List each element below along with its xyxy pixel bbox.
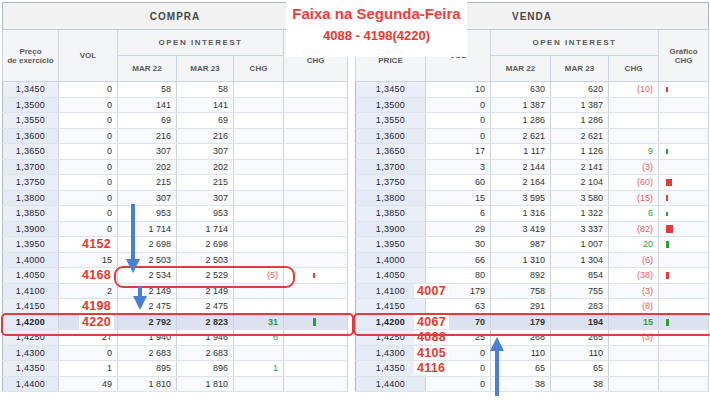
table-row[interactable]: 1,40504168 25 2 534 2 529 (5) bbox=[3, 268, 348, 284]
table-row[interactable]: 1,3600 0 2 621 2 621 bbox=[356, 128, 709, 144]
volume-cell: 27 bbox=[59, 330, 118, 346]
table-row[interactable]: 1,41504198 6 2 475 2 475 bbox=[3, 299, 348, 315]
chg-cell bbox=[234, 175, 284, 191]
table-row[interactable]: 1,3850 0 953 953 bbox=[3, 206, 348, 222]
table-row[interactable]: 1,4350 1 895 896 1 bbox=[3, 361, 348, 377]
table-row[interactable]: 1,3750 60 2 164 2 104 (60) bbox=[356, 175, 709, 191]
table-row[interactable]: 1,4150 63 291 283 (8) bbox=[356, 299, 709, 315]
strike-price-cell: 1,3550 bbox=[356, 113, 426, 129]
oi-mar23-cell: 2 621 bbox=[551, 128, 609, 144]
table-row[interactable]: 1,3550 0 1 286 1 286 bbox=[356, 113, 709, 129]
faixa-annotation-note: Faixa na Segunda-Feira 4088 - 4198(4220) bbox=[286, 0, 467, 57]
table-row[interactable]: 1,42004220 62 2 792 2 823 31 bbox=[3, 314, 348, 330]
table-row[interactable]: 1,3700 3 2 144 2 141 (3) bbox=[356, 159, 709, 175]
oi-mar22-cell: 268 bbox=[491, 330, 551, 346]
oi-mar23-cell: 953 bbox=[177, 206, 234, 222]
table-row[interactable]: 1,4100 2 2 149 2 149 bbox=[3, 283, 348, 299]
volume-cell: 29 bbox=[426, 221, 491, 237]
chg-column-header: CHG bbox=[234, 56, 284, 82]
chg-cell bbox=[234, 299, 284, 315]
table-row[interactable]: 1,39504152 2 2 698 2 698 bbox=[3, 237, 348, 253]
table-row[interactable]: 1,4000 15 2 503 2 503 bbox=[3, 252, 348, 268]
oi-mar22-cell: 2 683 bbox=[118, 345, 177, 361]
table-row[interactable]: 1,3650 0 307 307 bbox=[3, 144, 348, 160]
chg-cell: (3) bbox=[609, 283, 659, 299]
strike-price-cell: 1,4400 bbox=[3, 376, 59, 392]
table-row[interactable]: 1,3750 0 215 215 bbox=[3, 175, 348, 191]
table-row[interactable]: 1,3800 0 307 307 bbox=[3, 190, 348, 206]
oi-mar23-cell: 38 bbox=[551, 376, 609, 392]
table-row[interactable]: 1,4400 0 38 38 bbox=[356, 376, 709, 392]
faixa-note-line1: Faixa na Segunda-Feira bbox=[286, 5, 467, 22]
table-row[interactable]: 1,3550 0 69 69 bbox=[3, 113, 348, 129]
table-row[interactable]: 1,3650 17 1 117 1 126 9 bbox=[356, 144, 709, 160]
chg-bar-cell bbox=[659, 221, 709, 237]
oi-mar22-cell: 2 792 bbox=[118, 314, 177, 330]
table-row[interactable]: 1,4400 49 1 810 1 810 bbox=[3, 376, 348, 392]
table-row[interactable]: 1,41004007 179 758 755 (3) bbox=[356, 283, 709, 299]
table-row[interactable]: 1,4250 27 1 940 1 946 6 bbox=[3, 330, 348, 346]
strike-price: 1,4300 bbox=[16, 348, 45, 358]
chg-cell bbox=[609, 113, 659, 129]
oi-mar23-cell: 854 bbox=[551, 268, 609, 284]
chg-cell bbox=[609, 345, 659, 361]
table-row[interactable]: 1,3700 0 202 202 bbox=[3, 159, 348, 175]
strike-price: 1,3850 bbox=[376, 208, 405, 218]
table-row[interactable]: 1,3450 10 630 620 (10) bbox=[356, 82, 709, 98]
chg-bar-cell bbox=[659, 345, 709, 361]
oi-mar22-cell: 1 310 bbox=[491, 252, 551, 268]
table-row[interactable]: 1,42504088 25 268 265 (3) bbox=[356, 330, 709, 346]
chg-cell bbox=[609, 97, 659, 113]
chg-bar-cell bbox=[284, 361, 348, 377]
table-row[interactable]: 1,3900 0 1 714 1 714 bbox=[3, 221, 348, 237]
table-row[interactable]: 1,3950 30 987 1 007 20 bbox=[356, 237, 709, 253]
oi-mar23-cell: 1 304 bbox=[551, 252, 609, 268]
red-annotation-number: 4168 bbox=[79, 268, 114, 282]
strike-price-cell: 1,3450 bbox=[3, 82, 59, 98]
chg-cell: 1 bbox=[234, 361, 284, 377]
strike-price-cell: 1,3600 bbox=[3, 128, 59, 144]
strike-price-cell: 1,4400 bbox=[356, 376, 426, 392]
chg-bar-cell bbox=[284, 376, 348, 392]
strike-price: 1,4050 bbox=[376, 270, 405, 280]
table-row[interactable]: 1,3850 6 1 316 1 322 6 bbox=[356, 206, 709, 222]
table-row[interactable]: 1,43504116 0 65 65 bbox=[356, 361, 709, 377]
table-row[interactable]: 1,43004105 0 110 110 bbox=[356, 345, 709, 361]
strike-price-cell: 1,3650 bbox=[3, 144, 59, 160]
oi-mar23-cell: 307 bbox=[177, 144, 234, 160]
table-row[interactable]: 1,3500 0 141 141 bbox=[3, 97, 348, 113]
volume-cell: 0 bbox=[426, 128, 491, 144]
strike-price: 1,4250 bbox=[16, 332, 45, 342]
table-row[interactable]: 1,3600 0 216 216 bbox=[3, 128, 348, 144]
oi-mar23-cell: 1 126 bbox=[551, 144, 609, 160]
chg-bar bbox=[313, 273, 315, 278]
table-row[interactable]: 1,3900 29 3 419 3 337 (82) bbox=[356, 221, 709, 237]
mar23-column-header: MAR 23 bbox=[177, 56, 234, 82]
oi-mar23-cell: 755 bbox=[551, 283, 609, 299]
chg-bar-cell bbox=[284, 206, 348, 222]
table-row[interactable]: 1,4050 80 892 854 (38) bbox=[356, 268, 709, 284]
volume-cell: 66 bbox=[426, 252, 491, 268]
chg-bar-cell bbox=[659, 82, 709, 98]
oi-mar22-cell: 215 bbox=[118, 175, 177, 191]
table-row[interactable]: 1,4300 0 2 683 2 683 bbox=[3, 345, 348, 361]
table-row[interactable]: 1,3800 15 3 595 3 580 (15) bbox=[356, 190, 709, 206]
oi-mar23-cell: 2 698 bbox=[177, 237, 234, 253]
oi-mar22-cell: 202 bbox=[118, 159, 177, 175]
oi-mar22-cell: 291 bbox=[491, 299, 551, 315]
oi-mar22-cell: 630 bbox=[491, 82, 551, 98]
volume-cell: 0 bbox=[59, 113, 118, 129]
chg-cell: (3) bbox=[609, 330, 659, 346]
chg-bar bbox=[666, 195, 668, 201]
table-row[interactable]: 1,3500 0 1 387 1 387 bbox=[356, 97, 709, 113]
oi-mar22-cell: 2 164 bbox=[491, 175, 551, 191]
table-row[interactable]: 1,42004067 70 179 194 15 bbox=[356, 314, 709, 330]
table-row[interactable]: 1,4000 66 1 310 1 304 (6) bbox=[356, 252, 709, 268]
oi-mar23-cell: 110 bbox=[551, 345, 609, 361]
table-row[interactable]: 1,3450 0 58 58 bbox=[3, 82, 348, 98]
strike-price-cell: 1,4150 bbox=[356, 299, 426, 315]
oi-mar23-cell: 896 bbox=[177, 361, 234, 377]
red-annotation-number: 4220 bbox=[79, 315, 114, 329]
oi-mar22-cell: 216 bbox=[118, 128, 177, 144]
strike-price: 1,3600 bbox=[16, 131, 45, 141]
